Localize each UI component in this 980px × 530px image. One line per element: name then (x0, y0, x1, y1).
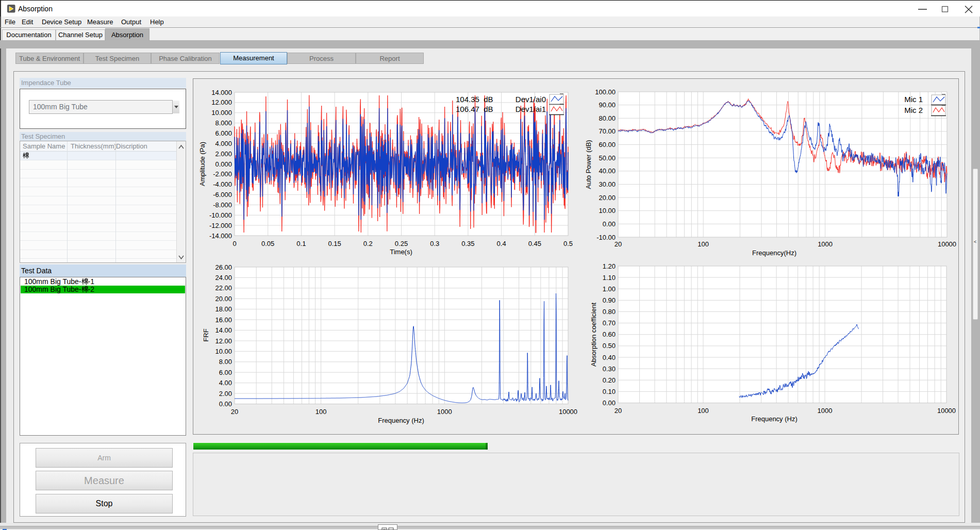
svg-text:20: 20 (231, 408, 238, 416)
svg-text:6.000: 6.000 (215, 129, 232, 137)
svg-text:30.00: 30.00 (599, 180, 616, 188)
svg-text:-6.000: -6.000 (213, 191, 232, 198)
svg-text:1.20: 1.20 (603, 262, 616, 270)
svg-text:10.00: 10.00 (599, 207, 616, 214)
svg-text:8.000: 8.000 (215, 119, 232, 127)
svg-text:20.00: 20.00 (215, 295, 232, 303)
svg-text:-12.000: -12.000 (209, 222, 232, 229)
svg-text:10.00: 10.00 (215, 347, 232, 355)
svg-text:Time(s): Time(s) (390, 248, 412, 256)
svg-text:Mic 1: Mic 1 (904, 95, 923, 104)
svg-text:1000: 1000 (818, 407, 833, 415)
svg-text:-4.000: -4.000 (213, 180, 232, 188)
svg-text:2.00: 2.00 (219, 390, 232, 397)
svg-text:0.35: 0.35 (461, 240, 474, 247)
svg-text:0.05: 0.05 (261, 240, 274, 247)
svg-text:8.00: 8.00 (219, 358, 232, 366)
svg-text:26.00: 26.00 (215, 263, 232, 271)
svg-text:4.000: 4.000 (215, 140, 232, 147)
svg-text:100: 100 (315, 408, 327, 416)
svg-text:0.45: 0.45 (528, 240, 541, 247)
svg-text:Frequency (Hz): Frequency (Hz) (751, 415, 798, 423)
svg-text:100: 100 (697, 407, 709, 415)
svg-text:0.70: 0.70 (603, 319, 616, 327)
svg-text:12.00: 12.00 (215, 337, 232, 345)
svg-text:0.80: 0.80 (603, 308, 616, 316)
svg-text:FRF: FRF (202, 328, 210, 341)
svg-text:0.2: 0.2 (363, 240, 373, 247)
svg-text:70.00: 70.00 (599, 127, 616, 135)
svg-text:-10.00: -10.00 (596, 234, 616, 241)
svg-text:50.00: 50.00 (599, 154, 616, 162)
svg-text:10000: 10000 (559, 408, 577, 416)
svg-text:1000: 1000 (437, 408, 452, 416)
svg-text:100: 100 (697, 240, 709, 248)
svg-text:0.00: 0.00 (603, 399, 616, 407)
svg-text:-2.000: -2.000 (213, 170, 232, 178)
svg-text:10.000: 10.000 (211, 109, 232, 117)
svg-text:0.5: 0.5 (563, 240, 573, 247)
svg-text:0.60: 0.60 (603, 330, 616, 338)
svg-text:Amplitude (Pa): Amplitude (Pa) (198, 142, 206, 186)
svg-text:104.35 dB: 104.35 dB (456, 95, 493, 104)
svg-text:16.00: 16.00 (215, 316, 232, 324)
svg-text:0.50: 0.50 (603, 342, 616, 350)
svg-text:-8.000: -8.000 (213, 201, 232, 209)
svg-text:0.10: 0.10 (603, 388, 616, 395)
svg-text:0.4: 0.4 (497, 240, 506, 247)
svg-text:24.00: 24.00 (215, 274, 232, 281)
svg-text:Frequency (Hz): Frequency (Hz) (378, 417, 424, 424)
svg-text:Dev1/ai1: Dev1/ai1 (516, 105, 546, 113)
svg-text:0.15: 0.15 (328, 240, 341, 247)
svg-text:18.00: 18.00 (215, 305, 232, 313)
svg-text:100.00: 100.00 (595, 88, 616, 96)
svg-text:10000: 10000 (938, 240, 956, 248)
svg-text:0.00: 0.00 (219, 400, 232, 408)
svg-text:1000: 1000 (818, 240, 833, 248)
svg-text:Auto Power (dB): Auto Power (dB) (585, 140, 592, 189)
svg-text:2.000: 2.000 (215, 150, 232, 158)
svg-text:0: 0 (232, 240, 236, 247)
svg-text:20: 20 (614, 407, 622, 415)
svg-text:20: 20 (614, 240, 622, 248)
svg-text:4.00: 4.00 (219, 379, 232, 387)
svg-text:0.000: 0.000 (215, 160, 232, 168)
svg-text:14.00: 14.00 (215, 326, 232, 334)
svg-text:10000: 10000 (937, 407, 956, 415)
svg-text:Mic 2: Mic 2 (904, 106, 923, 114)
svg-text:Frequency(Hz): Frequency(Hz) (752, 249, 796, 257)
svg-text:Dev1/ai0: Dev1/ai0 (516, 95, 546, 104)
svg-text:0.20: 0.20 (603, 376, 616, 384)
svg-text:12.000: 12.000 (211, 98, 232, 106)
svg-text:80.00: 80.00 (599, 114, 616, 122)
svg-text:60.00: 60.00 (599, 141, 616, 148)
svg-text:0.3: 0.3 (430, 240, 439, 247)
svg-text:40.00: 40.00 (599, 167, 616, 175)
svg-text:-10.000: -10.000 (209, 211, 232, 219)
svg-text:0.25: 0.25 (395, 240, 408, 247)
svg-text:90.00: 90.00 (599, 101, 616, 109)
svg-text:-14.000: -14.000 (209, 232, 232, 240)
svg-text:14.000: 14.000 (211, 89, 232, 96)
svg-text:0.00: 0.00 (603, 220, 616, 228)
svg-text:Absorption coefficient: Absorption coefficient (590, 303, 597, 367)
svg-text:6.00: 6.00 (219, 369, 232, 376)
svg-text:1.00: 1.00 (603, 285, 616, 293)
svg-text:22.00: 22.00 (215, 284, 232, 292)
svg-text:1.10: 1.10 (603, 274, 616, 281)
svg-text:20.00: 20.00 (599, 194, 616, 202)
svg-text:0.40: 0.40 (603, 354, 616, 361)
svg-text:0.1: 0.1 (296, 240, 306, 247)
svg-text:0.30: 0.30 (603, 365, 616, 373)
svg-text:106.47 dB: 106.47 dB (456, 105, 493, 113)
svg-text:0.90: 0.90 (603, 296, 616, 304)
